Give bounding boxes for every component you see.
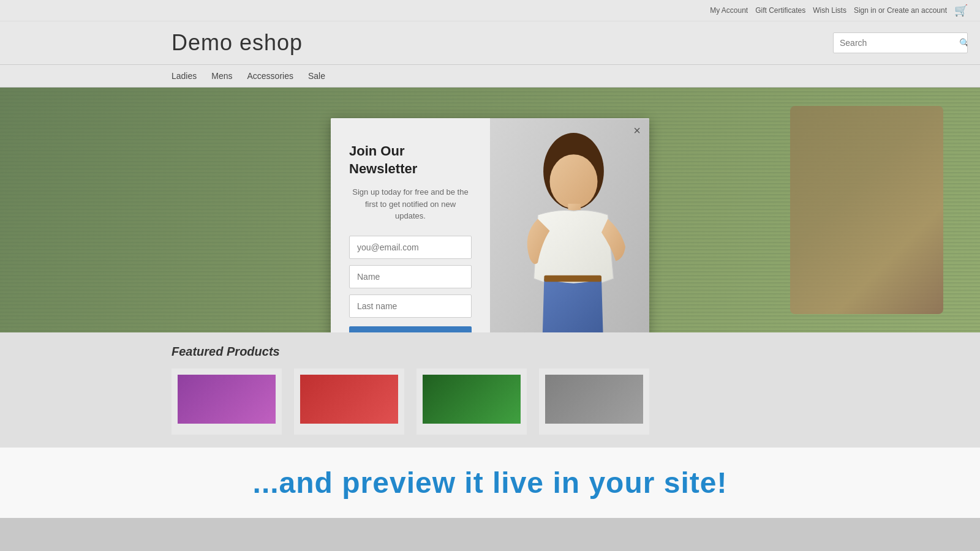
cart-icon[interactable]: 🛒 xyxy=(954,4,968,17)
svg-rect-6 xyxy=(544,276,601,282)
modal-model-image xyxy=(490,118,649,332)
promo-bar: ...and preview it live in your site! xyxy=(0,447,980,518)
model-svg xyxy=(490,118,649,332)
products-row xyxy=(172,369,968,435)
main-content: Join Our Newsletter Sign up today for fr… xyxy=(0,88,980,447)
nav-ladies[interactable]: Ladies xyxy=(172,71,197,81)
header: Demo eshop 🔍 xyxy=(0,21,980,65)
sign-in-link[interactable]: Sign in or Create an account xyxy=(854,6,947,15)
modal-title: Join Our Newsletter xyxy=(349,143,472,178)
subscribe-button[interactable]: Subscribe xyxy=(349,326,472,332)
search-button[interactable]: 🔍 xyxy=(953,33,968,53)
nav-accessories[interactable]: Accessories xyxy=(247,71,293,81)
featured-title: Featured Products xyxy=(172,345,968,359)
product-image xyxy=(423,375,521,424)
modal-form: Join Our Newsletter Sign up today for fr… xyxy=(331,118,490,332)
product-card[interactable] xyxy=(294,369,404,435)
gift-certificates-link[interactable]: Gift Certificates xyxy=(755,6,805,15)
lastname-input[interactable] xyxy=(349,294,472,318)
my-account-link[interactable]: My Account xyxy=(710,6,748,15)
featured-section: Featured Products xyxy=(0,332,980,447)
modal-image: × xyxy=(490,118,649,332)
nav-mens[interactable]: Mens xyxy=(211,71,232,81)
svg-point-2 xyxy=(550,154,598,208)
product-image xyxy=(300,375,398,424)
product-image xyxy=(545,375,643,424)
nav-sale[interactable]: Sale xyxy=(308,71,325,81)
email-input[interactable] xyxy=(349,236,472,259)
name-input[interactable] xyxy=(349,265,472,288)
hero-banner: Join Our Newsletter Sign up today for fr… xyxy=(0,88,980,332)
product-card[interactable] xyxy=(172,369,282,435)
main-nav: Ladies Mens Accessories Sale xyxy=(0,65,980,88)
product-image xyxy=(178,375,276,424)
top-bar: My Account Gift Certificates Wish Lists … xyxy=(0,0,980,21)
wish-lists-link[interactable]: Wish Lists xyxy=(813,6,846,15)
product-card[interactable] xyxy=(417,369,527,435)
newsletter-modal: Join Our Newsletter Sign up today for fr… xyxy=(331,118,649,332)
modal-description: Sign up today for free and be the first … xyxy=(349,186,472,222)
close-button[interactable]: × xyxy=(633,124,641,137)
search-input[interactable] xyxy=(834,33,953,53)
product-card[interactable] xyxy=(539,369,649,435)
site-logo[interactable]: Demo eshop xyxy=(172,30,303,56)
search-bar: 🔍 xyxy=(833,32,968,53)
promo-text: ...and preview it live in your site! xyxy=(12,466,968,500)
